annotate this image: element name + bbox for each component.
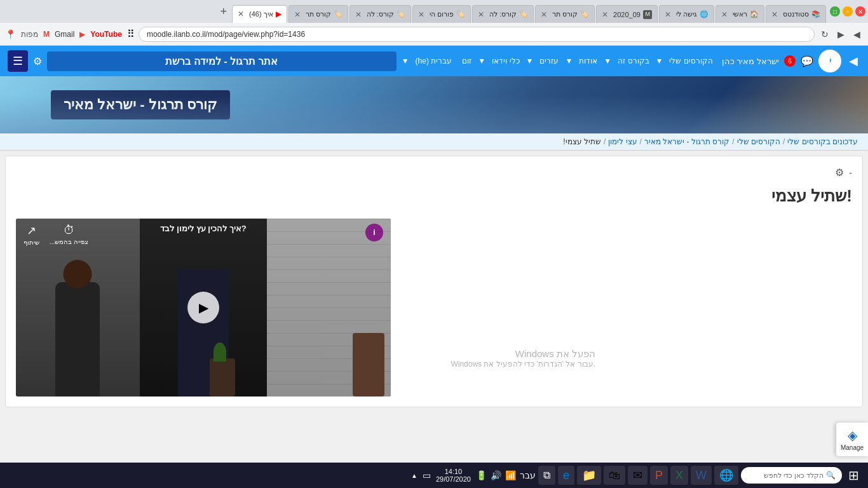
tab-1-label: סטודנטס (783, 10, 809, 18)
taskbar-task-view[interactable]: ⧉ (538, 466, 555, 485)
tab-8-favicon: 🏷️ (397, 10, 405, 19)
tab-2[interactable]: 🏠 ראשי ✕ (715, 5, 764, 23)
hero-city-bg (0, 95, 868, 133)
taskbar-word[interactable]: W (691, 466, 712, 485)
manage-label: Manage (840, 444, 864, 451)
tab-4[interactable]: M 09_2020 ✕ (596, 5, 658, 23)
maps-icon: 📍 (5, 29, 16, 39)
start-button[interactable]: ⊞ (844, 466, 863, 484)
video-user-badge: i (365, 224, 383, 241)
settings-icon[interactable]: ⚙ (33, 55, 42, 67)
tab-1[interactable]: 📚 סטודנטס ✕ (766, 5, 826, 23)
tab-4-close[interactable]: ✕ (602, 10, 608, 19)
video-share[interactable]: ↗ שיתוף (24, 224, 39, 246)
maximize-window-button[interactable]: □ (830, 6, 840, 17)
url-input[interactable] (139, 27, 815, 42)
nav-about[interactable]: אודות (575, 54, 601, 68)
tab-1-close[interactable]: ✕ (771, 10, 778, 19)
taskbar-search-icon: 🔍 (826, 471, 836, 480)
powerpoint-icon: P (655, 469, 663, 482)
message-icon[interactable]: 💬 (801, 55, 813, 67)
avatar: י (818, 50, 841, 72)
taskbar-powerpoint[interactable]: P (650, 466, 668, 485)
tab-bar: ✕ − □ 📚 סטודנטס ✕ 🏠 ראשי ✕ 🌐 גישה לי ✕ M… (0, 0, 868, 23)
refresh-button[interactable]: ↻ (818, 28, 831, 41)
email-icon: ✉ (633, 468, 642, 482)
nav-language[interactable]: עברית (he) (412, 54, 456, 68)
sidebar-toggle[interactable]: ◀ (846, 53, 860, 69)
tab-7-close[interactable]: ✕ (418, 10, 424, 19)
new-tab-button[interactable]: + (216, 5, 231, 18)
user-area: ◀ י 💬 6 ישראל מאיר כהן (722, 50, 860, 72)
taskbar-store[interactable]: 🛍 (604, 466, 625, 485)
tab-5[interactable]: 🏷️ קורס תר ✕ (535, 5, 595, 23)
taskbar-search-box[interactable]: 🔍 (741, 467, 842, 484)
breadcrumb-sep-4: / (604, 137, 606, 146)
back-button[interactable]: ◀ (851, 28, 863, 41)
show-desktop-icon[interactable]: ▭ (423, 470, 431, 480)
volume-icon[interactable]: 🔊 (491, 470, 501, 480)
tab-5-close[interactable]: ✕ (541, 10, 547, 19)
breadcrumb-updates[interactable]: עדכונים בקורסים שלי (787, 137, 858, 146)
play-button[interactable]: ▶ (187, 292, 219, 323)
excel-icon: X (675, 469, 683, 482)
youtube-link[interactable]: YouTube (90, 30, 122, 39)
watch-later-label: צפייה בהמש... (50, 238, 88, 245)
manage-icon: ◈ (840, 428, 864, 443)
tab-9-close[interactable]: ✕ (294, 10, 301, 19)
notification-badge[interactable]: 6 (784, 55, 796, 67)
window-controls: ✕ − □ (830, 6, 865, 17)
taskbar-email[interactable]: ✉ (628, 466, 648, 485)
content-area: הפעל את Windows .עבור אל 'הגדרות' כדי לה… (16, 219, 852, 396)
nav-zoom[interactable]: זום (458, 54, 475, 68)
main-content: - ⚙ !שתיל עצמי הפעל את Windows .עבור אל … (5, 156, 863, 407)
wifi-icon: 📶 (505, 470, 516, 480)
taskbar-search-input[interactable] (747, 471, 824, 479)
tab-9-label: קורס תר (306, 10, 331, 18)
tab-7[interactable]: 🏷️ פורום הי ✕ (412, 5, 471, 23)
hamburger-button[interactable]: ☰ (8, 50, 28, 72)
collapse-icon[interactable]: - (849, 168, 852, 178)
nav-aids[interactable]: עזרים (536, 54, 562, 68)
apps-grid-icon[interactable]: ⠿ (127, 28, 135, 40)
nav-video-tools[interactable]: כלי וידאו (488, 54, 523, 68)
video-watch-later[interactable]: ⏱ צפייה בהמש... (50, 224, 88, 246)
tab-6[interactable]: 🏷️ קורס: לה ✕ (472, 5, 534, 23)
breadcrumb-course[interactable]: קורס תרגול - ישראל מאיר (644, 137, 729, 146)
tab-5-favicon: 🏷️ (580, 10, 589, 19)
forward-button[interactable]: ▶ (835, 28, 847, 41)
close-window-button[interactable]: ✕ (855, 6, 865, 17)
tab-3[interactable]: 🌐 גישה לי ✕ (659, 5, 714, 23)
taskbar-edge[interactable]: e (558, 466, 574, 485)
manage-widget[interactable]: ◈ Manage (836, 423, 868, 456)
breadcrumb-sep-1: / (783, 137, 785, 146)
taskbar-excel[interactable]: X (670, 466, 688, 485)
tab-3-close[interactable]: ✕ (665, 10, 671, 19)
tab-6-close[interactable]: ✕ (478, 10, 484, 19)
tab-10-close[interactable]: ✕ (238, 10, 244, 18)
tab-9-favicon: 🏷️ (334, 10, 342, 19)
tab-8[interactable]: 🏷️ קורס: לה ✕ (349, 5, 411, 23)
nav-this-course[interactable]: בקורס זה (614, 54, 653, 68)
breadcrumb-lemon-trees[interactable]: עצי לימון (608, 137, 637, 146)
tab-3-favicon: 🌐 (700, 10, 709, 19)
tab-8-close[interactable]: ✕ (355, 10, 362, 19)
gmail-icon: M (43, 30, 50, 39)
tab-10-active[interactable]: ▶ איך (46) ✕ (232, 5, 287, 23)
taskbar-files[interactable]: 📁 (577, 466, 601, 485)
maps-link[interactable]: מפות (21, 30, 38, 39)
tab-2-favicon: 🏠 (750, 10, 759, 19)
share-label: שיתוף (24, 239, 39, 246)
breadcrumb-current: שתיל עצמי! (563, 137, 601, 146)
content-settings-icon[interactable]: ⚙ (835, 166, 844, 179)
minimize-window-button[interactable]: − (843, 6, 853, 17)
gmail-link[interactable]: Gmail (55, 30, 74, 39)
taskbar-chrome[interactable]: 🌐 (714, 466, 738, 485)
notification-chevron[interactable]: ▲ (411, 472, 417, 479)
tab-8-label: קורס: לה (367, 10, 394, 18)
nav-my-courses[interactable]: הקורסים שלי (665, 54, 716, 68)
tab-2-close[interactable]: ✕ (721, 10, 728, 19)
breadcrumb-my-courses[interactable]: הקורסים שלי (737, 137, 780, 146)
tab-9[interactable]: 🏷️ קורס תר ✕ (288, 5, 348, 23)
language-indicator[interactable]: עבר (520, 470, 536, 480)
